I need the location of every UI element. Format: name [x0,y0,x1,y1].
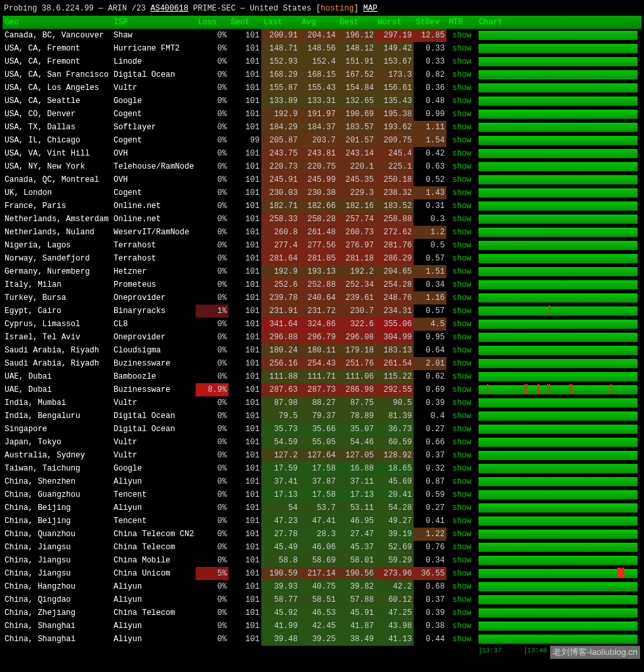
mtr-show-link[interactable]: show [446,436,477,449]
cell-geo: USA, CO, Denver [3,108,112,121]
cell-last: 37.41 [261,475,299,488]
as-link[interactable]: AS400618 [150,4,188,13]
mtr-show-link[interactable]: show [446,383,477,396]
cell-stdev: 0.41 [414,514,446,528]
col-sent[interactable]: Sent [228,16,261,29]
mtr-show-link[interactable]: show [446,514,477,528]
cell-chart [477,449,641,462]
col-stdev[interactable]: StDev [414,16,446,29]
cell-best: 243.14 [337,147,376,160]
cell-loss: 0% [196,134,228,147]
mtr-show-link[interactable]: show [446,423,477,436]
mtr-show-link[interactable]: show [446,213,477,226]
cell-avg: 111.71 [299,370,337,383]
mtr-show-link[interactable]: show [446,501,477,514]
mtr-show-link[interactable]: show [446,357,477,370]
mtr-show-link[interactable]: show [446,239,477,252]
cell-best: 41.87 [337,620,376,633]
mtr-show-link[interactable]: show [446,29,477,42]
mtr-show-link[interactable]: show [446,554,477,567]
mtr-show-link[interactable]: show [446,134,477,147]
mtr-show-link[interactable]: show [446,147,477,160]
cell-sent: 101 [228,213,261,226]
mtr-show-link[interactable]: show [446,68,477,81]
cell-sent: 101 [228,475,261,488]
cell-sent: 101 [228,173,261,186]
latency-sparkline [479,57,637,66]
mtr-show-link[interactable]: show [446,55,477,68]
mtr-show-link[interactable]: show [446,108,477,121]
cell-last: 192.9 [261,108,299,121]
col-isp[interactable]: ISP [112,16,196,29]
cell-last: 47.23 [261,514,299,528]
cell-sent: 101 [228,462,261,475]
mtr-show-link[interactable]: show [446,396,477,410]
mtr-show-link[interactable]: show [446,252,477,265]
mtr-show-link[interactable]: show [446,331,477,344]
mtr-show-link[interactable]: show [446,318,477,331]
mtr-show-link[interactable]: show [446,475,477,488]
mtr-show-link[interactable]: show [446,121,477,134]
mtr-show-link[interactable]: show [446,593,477,606]
cell-chart [477,239,641,252]
cell-worst: 36.73 [376,423,414,436]
cell-last: 127.2 [261,449,299,462]
mtr-show-link[interactable]: show [446,94,477,108]
map-link[interactable]: MAP [363,4,377,13]
cell-loss: 0% [196,554,228,567]
mtr-show-link[interactable]: show [446,42,477,55]
col-best[interactable]: Best [337,16,376,29]
cell-last: 58.8 [261,554,299,567]
table-row: Germany, NurembergHetzner0%101192.9193.1… [3,265,641,278]
cell-stdev: 0.44 [414,633,446,646]
cell-geo: USA, VA, Vint Hill [3,147,112,160]
time-axis: 13:37 13:40 13:42 13:44 [3,646,641,656]
mtr-show-link[interactable]: show [446,226,477,239]
col-loss[interactable]: Loss [196,16,228,29]
mtr-show-link[interactable]: show [446,449,477,462]
cell-sent: 101 [228,42,261,55]
col-geo[interactable]: Geo [3,16,112,29]
mtr-show-link[interactable]: show [446,81,477,94]
mtr-show-link[interactable]: show [446,291,477,304]
mtr-show-link[interactable]: show [446,344,477,357]
mtr-show-link[interactable]: show [446,633,477,646]
col-worst[interactable]: Worst [376,16,414,29]
mtr-show-link[interactable]: show [446,462,477,475]
cell-avg: 28.3 [299,528,337,541]
col-last[interactable]: Last [261,16,299,29]
table-row: Cyprus, LimassolCL80%101341.64324.86322.… [3,318,641,331]
cell-geo: USA, IL, Chicago [3,134,112,147]
cell-last: 35.73 [261,423,299,436]
cell-worst: 153.67 [376,55,414,68]
cell-sent: 101 [228,554,261,567]
mtr-show-link[interactable]: show [446,580,477,593]
latency-sparkline [479,96,637,106]
cell-best: 111.06 [337,370,376,383]
col-mtr[interactable]: MTR [446,16,477,29]
cell-isp: Telehouse/RamNode [112,160,196,173]
col-chart[interactable]: Chart [477,16,641,29]
mtr-show-link[interactable]: show [446,541,477,554]
mtr-show-link[interactable]: show [446,620,477,633]
mtr-show-link[interactable]: show [446,265,477,278]
cell-worst: 225.1 [376,160,414,173]
mtr-show-link[interactable]: show [446,488,477,501]
cell-geo: Israel, Tel Aviv [3,331,112,344]
mtr-show-link[interactable]: show [446,186,477,200]
mtr-show-link[interactable]: show [446,567,477,580]
col-avg[interactable]: Avg [299,16,337,29]
mtr-show-link[interactable]: show [446,200,477,213]
mtr-show-link[interactable]: show [446,278,477,291]
mtr-show-link[interactable]: show [446,173,477,186]
mtr-show-link[interactable]: show [446,606,477,620]
mtr-show-link[interactable]: show [446,304,477,318]
cell-isp: China Telecom [112,606,196,620]
mtr-show-link[interactable]: show [446,370,477,383]
mtr-show-link[interactable]: show [446,528,477,541]
cell-worst: 173.3 [376,68,414,81]
cell-isp: Online.net [112,200,196,213]
mtr-show-link[interactable]: show [446,160,477,173]
mtr-show-link[interactable]: show [446,410,477,423]
cell-geo: China, Quanzhou [3,528,112,541]
